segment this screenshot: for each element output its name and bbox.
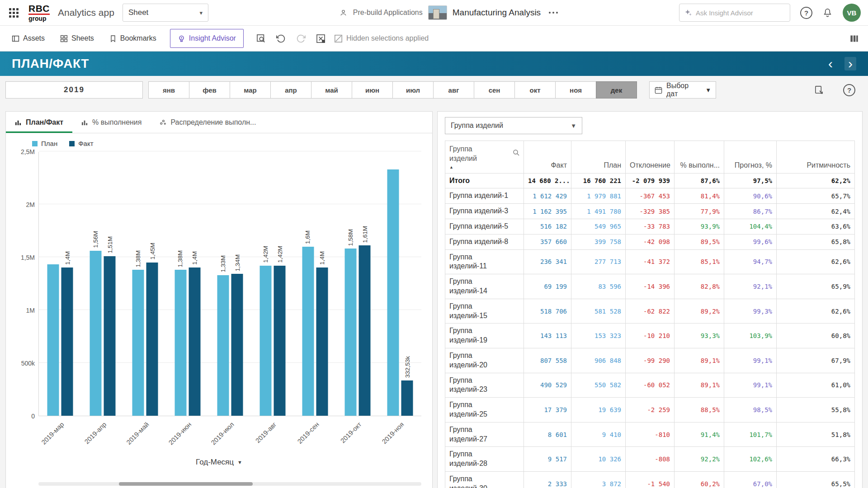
step-forward-icon[interactable] [292, 30, 310, 47]
y-axis-tick: 1M [14, 307, 35, 314]
bookmarks-button[interactable]: Bookmarks [103, 31, 163, 46]
prev-sheet-button[interactable]: ‹ [825, 57, 836, 70]
legend-item-Факт[interactable]: Факт [69, 140, 93, 147]
month-button-янв[interactable]: янв [148, 81, 189, 99]
cell-group-name[interactable]: Группаизделий-25 [445, 398, 524, 422]
cell-group-name[interactable]: Группаизделий-20 [445, 348, 524, 373]
cell-group-name[interactable]: Группаизделий-28 [445, 447, 524, 472]
month-button-апр[interactable]: апр [270, 81, 311, 99]
column-header-1[interactable]: Факт [524, 141, 571, 174]
cell-group-name[interactable]: Группаизделий-11 [445, 249, 524, 274]
cell-group-name[interactable]: Группаизделий-15 [445, 299, 524, 324]
cell-group-name[interactable]: Группа изделий-8 [445, 234, 524, 249]
column-header-4[interactable]: % выполн... [675, 141, 724, 174]
bar-group-2019-июн: 1,38M1,4M2019-июн [166, 152, 209, 416]
more-options-icon[interactable] [546, 9, 561, 16]
month-button-фев[interactable]: фев [189, 81, 230, 99]
cell-deviation: -329 385 [626, 204, 675, 219]
bar-fact-2019-апр[interactable] [104, 256, 116, 416]
bar-fact-2019-июн[interactable] [189, 267, 200, 416]
month-button-мар[interactable]: мар [230, 81, 271, 99]
date-picker-button[interactable]: Выбор дат ▼ [649, 81, 716, 99]
legend-swatch [32, 141, 38, 146]
cell-group-name[interactable]: Группа изделий-1 [445, 188, 524, 204]
legend-item-План[interactable]: План [32, 140, 57, 147]
cell-group-name[interactable]: Группа изделий-5 [445, 219, 524, 234]
help-icon[interactable]: ? [800, 7, 812, 19]
insight-advisor-button[interactable]: Insight Advisor [170, 29, 244, 48]
assets-button[interactable]: Assets [5, 31, 51, 46]
month-button-май[interactable]: май [311, 81, 352, 99]
plan-fact-table-wrap: Группа изделий▲ФактПланОтклонение% выпол… [445, 141, 855, 488]
month-button-авг[interactable]: авг [433, 81, 474, 99]
search-input[interactable] [696, 9, 785, 17]
year-filter[interactable]: 2019 [5, 81, 143, 99]
month-button-июн[interactable]: июн [352, 81, 393, 99]
chart-tab-3[interactable]: Распределение выполн... [151, 112, 265, 133]
sheet-selector[interactable]: Sheet ▾ [123, 4, 208, 22]
current-app-name[interactable]: Manufacturing Analysis [453, 8, 541, 18]
cell-rhythm: 65,8% [777, 234, 855, 249]
table-row: Группаизделий-23490 529550 582-60 05289,… [445, 373, 855, 398]
group-filter-dropdown[interactable]: Группа изделий ▼ [445, 117, 582, 134]
cell-plan: 549 965 [571, 219, 626, 234]
month-button-ноя[interactable]: ноя [555, 81, 596, 99]
grid-view-icon[interactable] [845, 30, 863, 47]
bar-plan-2019-июл[interactable] [217, 275, 229, 416]
column-header-2[interactable]: План [571, 141, 626, 174]
month-button-июл[interactable]: июл [392, 81, 434, 99]
column-header-5[interactable]: Прогноз, % [724, 141, 777, 174]
month-button-сен[interactable]: сен [474, 81, 515, 99]
bar-fact-2019-июл[interactable] [231, 274, 243, 416]
chart-tab-2[interactable]: % выполнения [72, 112, 151, 133]
next-sheet-button[interactable]: › [844, 57, 856, 70]
bar-fact-2019-авг[interactable] [274, 266, 286, 416]
bar-plan-2019-июн[interactable] [175, 270, 186, 416]
bar-fact-2019-мар[interactable] [61, 267, 73, 416]
column-header-group[interactable]: Группа изделий▲ [445, 141, 524, 174]
bar-plan-2019-авг[interactable] [260, 266, 272, 416]
selections-tool-icon[interactable] [253, 30, 270, 47]
cell-group-name[interactable]: Группаизделий-14 [445, 274, 524, 299]
app-thumbnail[interactable] [428, 5, 447, 20]
bar-fact-2019-окт[interactable] [359, 245, 371, 416]
chart-hscrollbar[interactable] [38, 482, 421, 486]
cell-group-name[interactable]: Группаизделий-30 [445, 471, 524, 488]
bar-plan-2019-мар[interactable] [47, 264, 59, 416]
sheets-button[interactable]: Sheets [54, 31, 100, 46]
assets-label: Assets [23, 34, 45, 42]
selections-panel-icon[interactable] [814, 85, 824, 95]
step-back-icon[interactable] [273, 30, 290, 47]
cell-forecast: 97,5% [724, 173, 777, 188]
notifications-icon[interactable] [822, 8, 833, 18]
prebuild-label[interactable]: Pre-build Applications [353, 9, 423, 17]
cell-group-name[interactable]: Группа изделий-3 [445, 204, 524, 219]
avatar[interactable]: VB [843, 4, 861, 22]
bar-plan-2019-май[interactable] [132, 270, 144, 416]
grid-menu-icon[interactable] [7, 6, 20, 19]
bar-plan-2019-ноя[interactable] [387, 169, 399, 416]
search-icon[interactable] [513, 149, 520, 156]
clear-selections-icon[interactable] [312, 30, 330, 47]
cell-group-name[interactable]: Группаизделий-19 [445, 324, 524, 348]
chart-hscrollbar-thumb[interactable] [119, 482, 253, 486]
cell-group-name[interactable]: Группаизделий-27 [445, 422, 524, 447]
sheet-help-icon[interactable]: ? [843, 84, 855, 96]
month-button-окт[interactable]: окт [514, 81, 556, 99]
table-row: Группаизделий-15518 706581 528-62 82289,… [445, 299, 855, 324]
x-axis-title[interactable]: Год-Месяц ▼ [6, 458, 432, 467]
bar-plan-2019-окт[interactable] [345, 249, 357, 416]
month-button-дек[interactable]: дек [596, 81, 637, 99]
bar-fact-2019-сен[interactable] [316, 267, 328, 416]
bar-fact-2019-май[interactable] [146, 263, 158, 416]
cell-forecast: 99,3% [724, 299, 777, 324]
column-header-6[interactable]: Ритмичность [777, 141, 855, 174]
cell-group-name[interactable]: Группаизделий-23 [445, 373, 524, 398]
column-header-3[interactable]: Отклонение [626, 141, 675, 174]
bar-plan-2019-апр[interactable] [90, 251, 102, 416]
bar-fact-2019-ноя[interactable] [401, 380, 413, 416]
bar-plan-2019-сен[interactable] [302, 247, 314, 416]
chevron-down-icon: ▼ [237, 460, 242, 465]
insight-advisor-search[interactable] [679, 4, 790, 22]
chart-tab-1[interactable]: План/Факт [6, 112, 72, 133]
